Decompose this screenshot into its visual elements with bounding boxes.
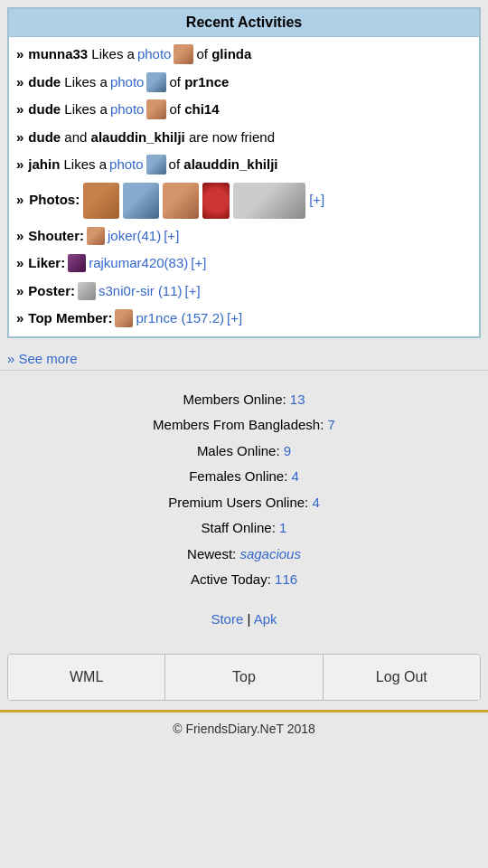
activity-row: » munna33 Likes a photo of glinda (16, 41, 472, 69)
footer: © FriendsDiary.NeT 2018 (0, 710, 488, 745)
activity-text: of pr1nce (169, 72, 229, 93)
bullet: » (16, 72, 23, 93)
stat-row-premium: Premium Users Online: 4 (9, 490, 479, 516)
activity-text: dude and alauddin_khilji are now friend (28, 127, 275, 148)
stat-value: 116 (275, 571, 297, 587)
activity-row: » dude Likes a photo of chi14 (16, 96, 472, 124)
store-separator: | (247, 611, 253, 627)
header-title: Recent Activities (186, 14, 302, 30)
photo-link[interactable]: photo (137, 44, 172, 65)
top-member-label: Top Member: (28, 308, 112, 329)
shouter-avatar (87, 227, 105, 245)
activity-row: » jahin Likes a photo of alauddin_khilji (16, 151, 472, 179)
stat-value: 4 (292, 468, 299, 484)
activity-text: jahin Likes a (28, 155, 107, 175)
stat-label: Members Online: (183, 392, 286, 407)
stat-row-females: Females Online: 4 (9, 464, 479, 490)
poster-avatar (78, 282, 96, 300)
stat-label: Members From Bangladesh: (153, 417, 324, 432)
stat-label: Active Today: (191, 571, 271, 587)
activity-text: of alauddin_khilji (169, 155, 278, 175)
photo-link[interactable]: photo (109, 155, 144, 175)
stat-row-members-online: Members Online: 13 (9, 387, 479, 413)
activity-text: dude Likes a (28, 72, 108, 93)
poster-row: » Poster: s3ni0r-sir (11) [+] (16, 278, 472, 306)
shouter-link[interactable]: joker(41) (108, 226, 161, 247)
store-section: Store | Apk (0, 602, 488, 645)
activity-row: » dude and alauddin_khilji are now frien… (16, 124, 472, 152)
stat-value: 1 (279, 520, 286, 535)
photos-plus-link[interactable]: [+] (309, 190, 324, 211)
activity-text: of chi14 (169, 99, 219, 120)
shouter-row: » Shouter: joker(41) [+] (16, 222, 472, 250)
photo-thumbnail (174, 44, 193, 64)
see-more-link[interactable]: » See more (7, 351, 78, 366)
top-member-plus-link[interactable]: [+] (227, 308, 242, 329)
activities-header: Recent Activities (9, 9, 479, 37)
stat-value: 9 (284, 443, 291, 458)
activity-text: of glinda (196, 44, 251, 65)
liker-row: » Liker: rajkumar420(83) [+] (16, 250, 472, 278)
stat-value: 13 (290, 392, 305, 407)
stat-value: 4 (312, 495, 319, 510)
photo-thumb-2 (123, 183, 159, 219)
bullet: » (16, 190, 23, 211)
photo-thumb-3 (163, 183, 199, 219)
bullet: » (16, 226, 23, 247)
photos-row: » Photos: [+] (16, 179, 472, 222)
photo-link[interactable]: photo (110, 99, 145, 120)
liker-label: Liker: (28, 253, 65, 274)
liker-link[interactable]: rajkumar420(83) (89, 253, 188, 274)
shouter-label: Shouter: (28, 226, 84, 247)
bullet: » (16, 281, 23, 302)
bullet: » (16, 253, 23, 274)
photo-link[interactable]: photo (110, 72, 145, 93)
activity-row: » dude Likes a photo of pr1nce (16, 69, 472, 97)
stat-label: Staff Online: (202, 520, 276, 535)
footer-text: © FriendsDiary.NeT 2018 (173, 722, 315, 736)
photos-label: Photos: (29, 190, 80, 211)
poster-link[interactable]: s3ni0r-sir (11) (99, 281, 183, 302)
liker-plus-link[interactable]: [+] (191, 253, 206, 274)
photo-thumb-5 (233, 183, 305, 219)
stat-label: Females Online: (189, 468, 287, 484)
stat-label: Males Online: (197, 443, 280, 458)
wml-button[interactable]: WML (8, 655, 165, 700)
bullet: » (16, 127, 23, 148)
shouter-plus-link[interactable]: [+] (164, 226, 179, 247)
activity-text: munna33 Likes a (28, 44, 135, 65)
stats-section: Members Online: 13 Members From Banglade… (0, 371, 488, 602)
top-member-link[interactable]: pr1nce (157.2) (136, 308, 224, 329)
stat-label: Premium Users Online: (168, 495, 308, 510)
stat-label: Newest: (187, 546, 236, 561)
store-link[interactable]: Store (211, 611, 243, 627)
bottom-buttons: WML Top Log Out (7, 654, 481, 701)
liker-avatar (68, 254, 86, 272)
apk-link[interactable]: Apk (254, 611, 277, 627)
photo-thumbnail (146, 99, 166, 119)
stat-row-staff: Staff Online: 1 (9, 515, 479, 542)
logout-button[interactable]: Log Out (324, 655, 480, 700)
activity-text: dude Likes a (28, 99, 108, 120)
photo-thumb-4 (202, 183, 230, 219)
stat-row-newest: Newest: sagacious (9, 542, 479, 568)
bullet: » (16, 99, 23, 120)
stat-value: 7 (328, 417, 335, 432)
photo-thumb-1 (83, 183, 119, 219)
recent-activities-box: Recent Activities » munna33 Likes a phot… (7, 7, 481, 338)
activities-body: » munna33 Likes a photo of glinda » dude… (9, 37, 479, 336)
poster-plus-link[interactable]: [+] (185, 281, 201, 302)
see-more-section: » See more (0, 345, 488, 370)
photo-thumbnail (146, 72, 166, 92)
top-button[interactable]: Top (165, 655, 323, 700)
stat-row-males: Males Online: 9 (9, 439, 479, 465)
stat-row-members-bd: Members From Bangladesh: 7 (9, 412, 479, 439)
newest-user-link[interactable]: sagacious (239, 546, 301, 561)
bullet: » (16, 155, 23, 175)
photo-thumbnail (146, 155, 166, 175)
top-member-avatar (115, 309, 133, 327)
bullet: » (16, 308, 23, 329)
poster-label: Poster: (28, 281, 75, 302)
stat-row-active: Active Today: 116 (9, 567, 479, 593)
bullet: » (16, 44, 23, 65)
